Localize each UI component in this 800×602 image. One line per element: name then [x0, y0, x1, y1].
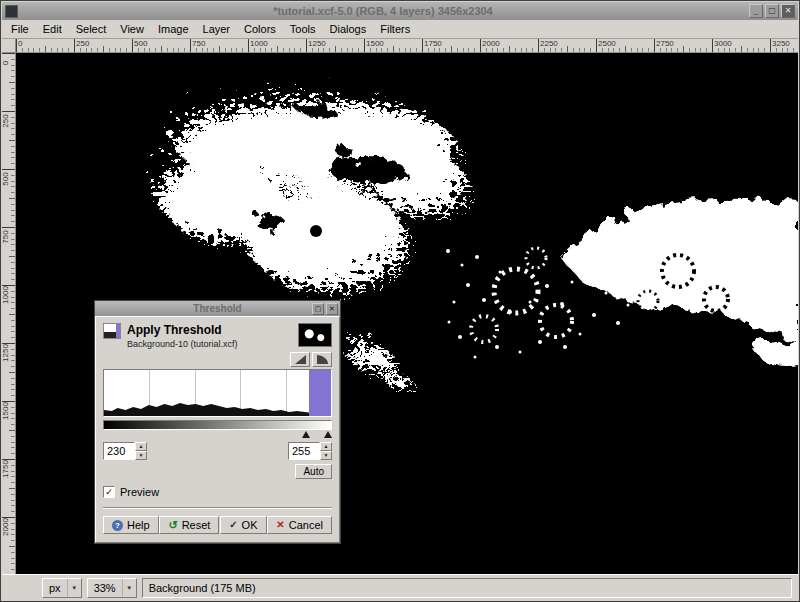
menu-layer[interactable]: Layer [196, 21, 238, 37]
threshold-selection-region[interactable] [309, 370, 331, 416]
help-button[interactable]: ? Help [103, 516, 159, 534]
preview-checkbox[interactable]: ✓ [103, 486, 115, 498]
ruler-label: 1000 [250, 40, 268, 48]
title-bar[interactable]: *tutorial.xcf-5.0 (RGB, 4 layers) 3456x2… [2, 2, 798, 20]
dialog-maximize-button[interactable]: ▢ [312, 303, 324, 315]
threshold-tool-icon [103, 323, 121, 339]
ruler-label: 1750 [424, 40, 442, 48]
spin-down-icon[interactable]: ▼ [320, 451, 332, 460]
dialog-close-button[interactable]: ✕ [326, 303, 338, 315]
threshold-dialog: Threshold ▢ ✕ Apply Threshold Background… [94, 300, 341, 544]
logarithmic-histogram-button[interactable] [312, 352, 332, 367]
threshold-high-spin-buttons: ▲ ▼ [320, 442, 332, 460]
unit-value: px [49, 582, 61, 594]
histogram-curve [104, 370, 331, 416]
ruler-label: 750 [192, 40, 205, 48]
gimp-image-window: *tutorial.xcf-5.0 (RGB, 4 layers) 3456x2… [0, 0, 800, 602]
value-gradient-bar [103, 420, 332, 430]
ok-button-label: OK [242, 519, 258, 531]
dialog-controls: ▢ ✕ [312, 303, 338, 315]
unit-select[interactable]: px ▼ [42, 578, 82, 598]
ruler-label: 2000 [2, 517, 10, 537]
ruler-label: 0 [2, 53, 10, 73]
menu-tools[interactable]: Tools [283, 21, 323, 37]
ruler-label: 1000 [2, 285, 10, 305]
cancel-button-label: Cancel [289, 519, 323, 531]
menu-bar: File Edit Select View Image Layer Colors… [2, 20, 798, 39]
threshold-low-spinner: ▲ ▼ [103, 442, 147, 460]
dialog-action-buttons: ? Help ↺ Reset ✓ OK ✕ Cancel [103, 516, 332, 534]
spin-up-icon[interactable]: ▲ [135, 442, 147, 451]
dialog-heading: Apply Threshold [127, 323, 238, 337]
reset-icon: ↺ [168, 520, 177, 531]
help-icon: ? [112, 520, 123, 531]
dialog-header: Apply Threshold Background-10 (tutorial.… [103, 323, 332, 349]
menu-file[interactable]: File [4, 21, 36, 37]
horizontal-ruler[interactable]: 0 250 500 750 1000 1250 1500 1750 2000 2… [16, 39, 798, 53]
menu-colors[interactable]: Colors [237, 21, 283, 37]
logarithmic-histogram-icon [317, 355, 328, 364]
ruler-label: 2000 [482, 40, 500, 48]
layer-thumbnail [298, 323, 332, 347]
status-bar: px ▼ 33% ▼ Background (175 MB) [2, 574, 798, 600]
menu-dialogs[interactable]: Dialogs [323, 21, 374, 37]
ruler-label: 1500 [2, 401, 10, 421]
close-button[interactable]: ✕ [781, 4, 795, 18]
dialog-heading-group: Apply Threshold Background-10 (tutorial.… [127, 323, 238, 349]
ruler-label: 1250 [308, 40, 326, 48]
ruler-label: 1750 [2, 459, 10, 479]
histogram[interactable] [103, 369, 332, 417]
minimize-button[interactable]: _ [749, 4, 763, 18]
ruler-label: 2250 [540, 40, 558, 48]
menu-select[interactable]: Select [69, 21, 114, 37]
auto-button[interactable]: Auto [295, 464, 332, 479]
dialog-title: Threshold [95, 303, 340, 314]
ruler-label: 3250 [772, 40, 790, 48]
dropdown-icon: ▼ [67, 579, 81, 597]
reset-button-label: Reset [182, 519, 211, 531]
cancel-icon: ✕ [276, 520, 284, 530]
threshold-high-spinner: ▲ ▼ [288, 442, 332, 460]
status-message: Background (175 MB) [149, 582, 256, 594]
threshold-high-input[interactable] [288, 442, 320, 460]
dialog-title-bar[interactable]: Threshold ▢ ✕ [95, 301, 340, 316]
ruler-label: 500 [134, 40, 147, 48]
dialog-body: Apply Threshold Background-10 (tutorial.… [95, 316, 340, 543]
spin-up-icon[interactable]: ▲ [320, 442, 332, 451]
preview-row: ✓ Preview [103, 486, 332, 498]
ruler-label: 1500 [366, 40, 384, 48]
layer-info: Background-10 (tutorial.xcf) [127, 339, 238, 349]
ok-button[interactable]: ✓ OK [220, 516, 266, 534]
menu-edit[interactable]: Edit [36, 21, 69, 37]
zoom-select[interactable]: 33% ▼ [87, 578, 137, 598]
cancel-button[interactable]: ✕ Cancel [267, 516, 332, 534]
vertical-ruler[interactable]: 0 250 500 750 1000 1250 1500 1750 2000 [2, 53, 16, 574]
ruler-label: 2500 [598, 40, 616, 48]
spin-down-icon[interactable]: ▼ [135, 451, 147, 460]
dialog-separator [103, 507, 332, 509]
ruler-label: 500 [2, 169, 10, 189]
linear-histogram-button[interactable] [290, 352, 310, 367]
ruler-label: 2750 [656, 40, 674, 48]
threshold-low-marker[interactable] [302, 431, 310, 438]
ruler-label: 750 [2, 227, 10, 247]
reset-button[interactable]: ↺ Reset [159, 516, 219, 534]
ruler-label: 250 [2, 111, 10, 131]
ruler-label: 3000 [714, 40, 732, 48]
ruler-corner[interactable] [2, 39, 16, 53]
maximize-button[interactable]: ▢ [765, 4, 779, 18]
threshold-values-row: ▲ ▼ ▲ ▼ [103, 442, 332, 460]
window-title: *tutorial.xcf-5.0 (RGB, 4 layers) 3456x2… [32, 5, 734, 17]
ok-icon: ✓ [229, 520, 237, 530]
zoom-value: 33% [94, 582, 116, 594]
histogram-scale-toggles [103, 352, 332, 367]
threshold-high-marker[interactable] [324, 431, 332, 438]
ruler-label: 1250 [2, 343, 10, 363]
menu-image[interactable]: Image [151, 21, 196, 37]
menu-view[interactable]: View [113, 21, 151, 37]
dropdown-icon: ▼ [122, 579, 136, 597]
preview-label: Preview [120, 486, 159, 498]
menu-filters[interactable]: Filters [373, 21, 417, 37]
linear-histogram-icon [295, 355, 306, 364]
threshold-low-input[interactable] [103, 442, 135, 460]
